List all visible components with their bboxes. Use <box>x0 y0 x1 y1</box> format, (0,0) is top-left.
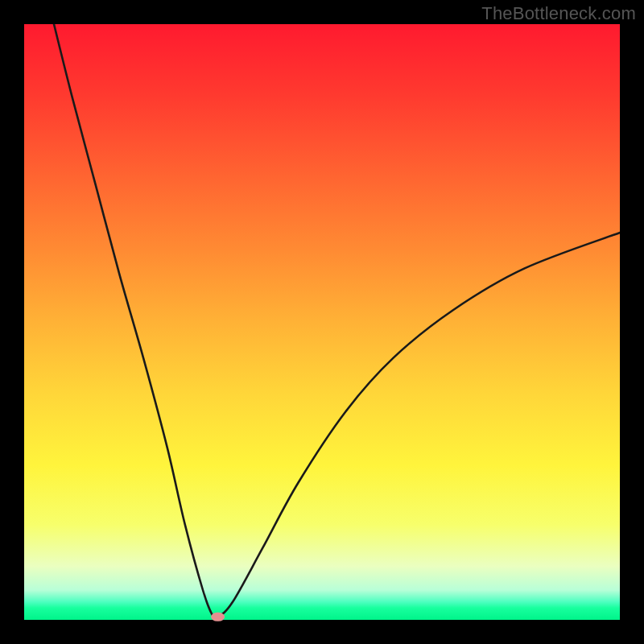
plot-area <box>24 24 620 620</box>
chart-stage: TheBottleneck.com <box>0 0 644 644</box>
bottleneck-curve <box>24 24 620 620</box>
optimal-point-marker <box>211 613 225 621</box>
watermark-text: TheBottleneck.com <box>481 3 636 24</box>
